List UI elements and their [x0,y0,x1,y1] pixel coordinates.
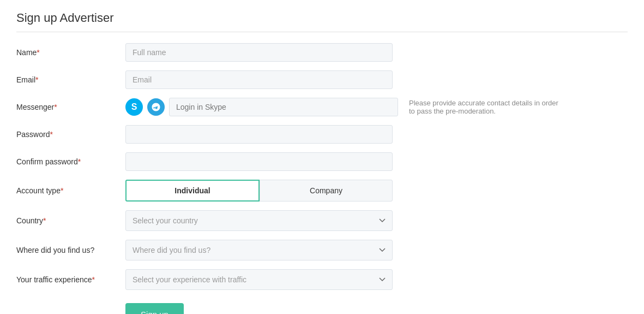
page-title: Sign up Advertiser [16,11,628,25]
email-label: Email* [16,75,125,84]
where-find-label: Where did you find us? [16,246,125,254]
account-type-row: Account type* Individual Company [16,180,628,202]
account-type-label: Account type* [16,186,125,195]
telegram-icon[interactable] [147,98,165,116]
password-input[interactable] [125,125,393,144]
skype-icon[interactable]: S [125,98,143,116]
where-find-row: Where did you find us? Where did you fin… [16,240,628,260]
email-input[interactable] [125,70,393,89]
messenger-input[interactable] [169,98,398,116]
password-label: Password* [16,130,125,139]
messenger-hint: Please provide accurate contact details … [409,99,562,115]
country-row: Country* Select your country [16,210,628,231]
country-select[interactable]: Select your country [125,210,393,231]
divider [16,32,628,32]
signup-row: Sign up [16,299,628,314]
signup-button[interactable]: Sign up [125,303,184,314]
password-row: Password* [16,125,628,144]
email-row: Email* [16,70,628,89]
name-label: Name* [16,48,125,57]
confirm-password-input[interactable] [125,152,393,171]
account-type-toggle: Individual Company [125,180,393,202]
company-button[interactable]: Company [260,180,393,202]
traffic-label: Your traffic experience* [16,275,125,284]
traffic-select[interactable]: Select your experience with traffic [125,269,393,290]
country-label: Country* [16,216,125,225]
where-find-select[interactable]: Where did you find us? [125,240,393,260]
name-row: Name* [16,43,628,62]
confirm-password-row: Confirm password* [16,152,628,171]
name-input[interactable] [125,43,393,62]
confirm-password-label: Confirm password* [16,157,125,166]
messenger-controls: S [125,98,398,116]
messenger-label: Messenger* [16,103,125,111]
traffic-row: Your traffic experience* Select your exp… [16,269,628,290]
individual-button[interactable]: Individual [125,180,260,202]
messenger-row: Messenger* S Please provide accurate con… [16,98,628,116]
